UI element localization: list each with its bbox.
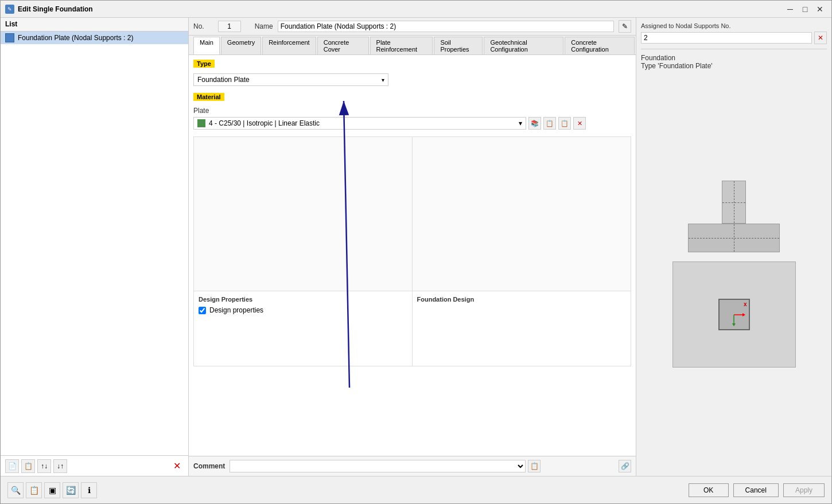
- foundation-info-line2: Type 'Foundation Plate': [641, 62, 827, 70]
- add-button[interactable]: 📄: [5, 459, 19, 473]
- foundation-design-header: Foundation Design: [417, 296, 627, 303]
- delete-button[interactable]: ✕: [170, 459, 184, 473]
- sort-asc-button[interactable]: ↑↓: [37, 459, 51, 473]
- design-props-checkbox-row: Design properties: [199, 306, 407, 314]
- assigned-section: Assigned to Nodal Supports No. ✕: [641, 22, 827, 49]
- list-item-icon: [5, 33, 14, 42]
- tab-concrete-configuration[interactable]: Concrete Configuration: [565, 37, 635, 54]
- bottom-preview: x: [672, 261, 796, 368]
- design-properties-section: Design Properties Design properties: [194, 291, 413, 366]
- comment-add-button[interactable]: 📋: [528, 460, 541, 472]
- comment-row: Comment 📋 🔗: [189, 456, 636, 476]
- type-select[interactable]: Foundation Plate ▾: [193, 73, 388, 86]
- plate-row: 4 - C25/30 | Isotropic | Linear Elastic …: [193, 117, 631, 130]
- inner-square: x: [718, 299, 750, 330]
- design-props-checkbox[interactable]: [199, 307, 206, 314]
- col-v-line: [734, 181, 734, 223]
- title-bar-left: ✎ Edit Single Foundation: [5, 5, 93, 14]
- no-name-row: No. Name ✎: [189, 18, 636, 36]
- copy-button[interactable]: 📋: [21, 459, 35, 473]
- right-panel: Assigned to Nodal Supports No. ✕ Foundat…: [636, 18, 831, 476]
- type-section: Type Foundation Plate ▾: [193, 60, 631, 86]
- slab-v-line: [734, 224, 734, 252]
- list-header: List: [1, 18, 188, 32]
- foundation-design-section: Foundation Design: [413, 291, 631, 366]
- grid-cell-left: [194, 137, 413, 291]
- list-footer: 📄 📋 ↑↓ ↓↑ ✕: [1, 455, 188, 476]
- window-title: Edit Single Foundation: [18, 5, 93, 13]
- tab-soil-properties[interactable]: Soil Properties: [434, 37, 483, 54]
- comment-label: Comment: [193, 462, 225, 470]
- bottom-toolbar: 🔍 📋 ▣ 🔄 ℹ: [7, 482, 97, 498]
- grid-cell-right: [413, 137, 631, 291]
- plate-delete-button[interactable]: ✕: [573, 117, 586, 130]
- plate-view-button[interactable]: 📚: [528, 117, 541, 130]
- plate-dropdown-icon: ▾: [519, 119, 522, 127]
- name-input[interactable]: [278, 21, 614, 32]
- foundation-info: Foundation Type 'Foundation Plate': [641, 54, 827, 70]
- material-section-label: Material: [193, 93, 224, 101]
- tab-concrete-cover[interactable]: Concrete Cover: [317, 37, 369, 54]
- title-bar: ✎ Edit Single Foundation ─ □ ✕: [1, 1, 831, 18]
- app-icon: ✎: [5, 5, 14, 14]
- design-props-header: Design Properties: [199, 296, 407, 303]
- tab-geometry[interactable]: Geometry: [221, 37, 261, 54]
- maximize-button[interactable]: □: [798, 3, 812, 15]
- name-edit-button[interactable]: ✎: [619, 20, 631, 33]
- slab-shape: [688, 224, 780, 252]
- lower-grid: Design Properties Design properties Foun…: [193, 291, 631, 366]
- assigned-clear-button[interactable]: ✕: [814, 32, 827, 44]
- list-item-label: Foundation Plate (Nodal Supports : 2): [18, 34, 133, 42]
- axis-indicator: [722, 303, 745, 326]
- preview-area: x: [641, 77, 827, 471]
- type-dropdown-icon: ▾: [382, 77, 384, 83]
- view-tool-button[interactable]: 📋: [26, 482, 42, 498]
- bottom-actions: OK Cancel Apply: [689, 483, 825, 497]
- cancel-button[interactable]: Cancel: [733, 483, 779, 497]
- plate-copy-button[interactable]: 📋: [558, 117, 571, 130]
- left-panel: List Foundation Plate (Nodal Supports : …: [1, 18, 189, 476]
- model-tool-button[interactable]: ▣: [44, 482, 60, 498]
- refresh-tool-button[interactable]: 🔄: [63, 482, 79, 498]
- tab-plate-reinforcement[interactable]: Plate Reinforcement: [370, 37, 433, 54]
- minimize-button[interactable]: ─: [783, 3, 797, 15]
- list-item[interactable]: Foundation Plate (Nodal Supports : 2): [1, 32, 188, 44]
- tab-geotechnical-configuration[interactable]: Geotechnical Configuration: [484, 37, 563, 54]
- assigned-value-input[interactable]: [641, 32, 812, 44]
- apply-button[interactable]: Apply: [783, 483, 825, 497]
- content-grid: [193, 136, 631, 291]
- tab-main[interactable]: Main: [193, 37, 220, 54]
- plate-select-value: 4 - C25/30 | Isotropic | Linear Elastic: [209, 119, 320, 127]
- search-tool-button[interactable]: 🔍: [7, 482, 24, 498]
- no-label: No.: [193, 22, 204, 30]
- tab-content-main: Type Foundation Plate ▾ Material Plate: [189, 55, 636, 456]
- foundation-info-line1: Foundation: [641, 54, 827, 62]
- top-preview: [688, 181, 780, 252]
- main-content: List Foundation Plate (Nodal Supports : …: [1, 18, 831, 476]
- window-controls: ─ □ ✕: [783, 3, 827, 15]
- svg-marker-5: [732, 323, 736, 326]
- sort-desc-button[interactable]: ↓↑: [53, 459, 67, 473]
- comment-right: 🔗: [545, 460, 631, 472]
- column-shape: [722, 181, 746, 224]
- svg-marker-3: [742, 313, 745, 317]
- plate-color-swatch: [197, 119, 205, 127]
- list-content: Foundation Plate (Nodal Supports : 2): [1, 32, 188, 455]
- plate-add-button[interactable]: 📋: [543, 117, 556, 130]
- design-props-checkbox-label: Design properties: [209, 306, 263, 314]
- comment-link-button[interactable]: 🔗: [619, 460, 631, 472]
- name-label: Name: [255, 22, 273, 30]
- info-tool-button[interactable]: ℹ: [81, 482, 97, 498]
- plate-select[interactable]: 4 - C25/30 | Isotropic | Linear Elastic …: [193, 117, 526, 130]
- no-input[interactable]: [218, 21, 241, 32]
- plate-label: Plate: [193, 107, 631, 115]
- bottom-bar: 🔍 📋 ▣ 🔄 ℹ OK Cancel Apply: [1, 476, 831, 503]
- window: ✎ Edit Single Foundation ─ □ ✕ List Foun…: [0, 0, 832, 504]
- assigned-label: Assigned to Nodal Supports No.: [641, 22, 827, 29]
- type-select-value: Foundation Plate: [197, 76, 250, 84]
- tab-reinforcement[interactable]: Reinforcement: [262, 37, 316, 54]
- close-button[interactable]: ✕: [813, 3, 827, 15]
- middle-panel: No. Name ✎ Main Geometry Reinforcement C…: [189, 18, 636, 476]
- ok-button[interactable]: OK: [689, 483, 729, 497]
- comment-select[interactable]: [230, 460, 526, 472]
